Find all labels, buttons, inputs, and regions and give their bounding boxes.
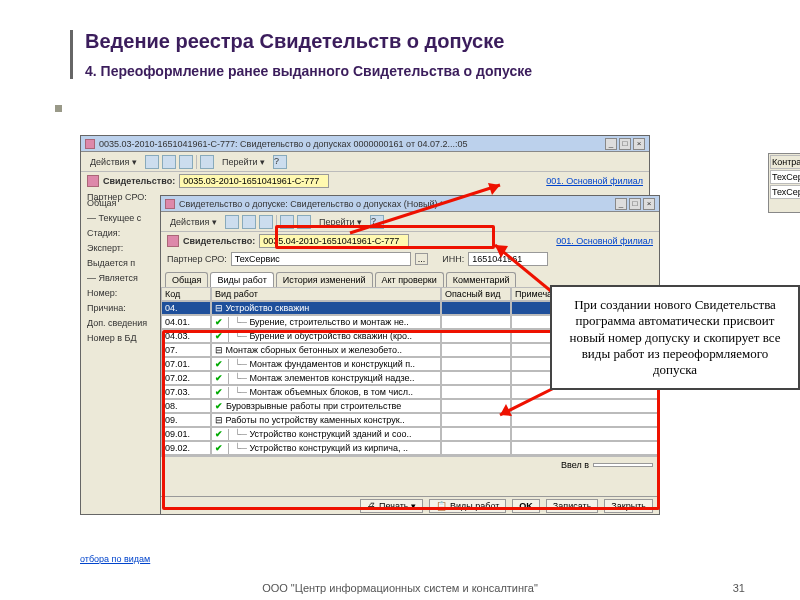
- side-panel: Контрагент ТехСервис ТехСервис: [768, 153, 800, 213]
- inn-label: ИНН:: [442, 254, 464, 264]
- footer-text: ООО "Центр информационных систем и конса…: [0, 582, 800, 594]
- highlight-number: [275, 225, 495, 249]
- goto-menu[interactable]: Перейти ▾: [217, 155, 270, 169]
- app-icon: [85, 139, 95, 149]
- form-labels: Общая — Текущее с Стадия: Эксперт: Выдае…: [87, 196, 147, 346]
- callout-text: При создании нового Свидетельства програ…: [550, 285, 800, 390]
- tab-general[interactable]: Общая: [165, 272, 208, 287]
- minimize-icon[interactable]: _: [605, 138, 617, 150]
- toolbar-icon[interactable]: [145, 155, 159, 169]
- app-icon: [165, 199, 175, 209]
- tab-comment[interactable]: Комментарий: [446, 272, 517, 287]
- toolbar-icon[interactable]: [179, 155, 193, 169]
- close-icon[interactable]: ×: [643, 198, 655, 210]
- cert-label: Свидетельство:: [103, 176, 175, 186]
- window-front-title: Свидетельство о допуске: Свидетельство о…: [179, 199, 613, 209]
- doc-icon: [167, 235, 179, 247]
- partner-label: Партнер СРО:: [167, 254, 227, 264]
- actions-menu[interactable]: Действия ▾: [165, 215, 222, 229]
- toolbar-icon[interactable]: [200, 155, 214, 169]
- help-icon[interactable]: ?: [273, 155, 287, 169]
- maximize-icon[interactable]: □: [629, 198, 641, 210]
- toolbar-icon[interactable]: [162, 155, 176, 169]
- close-icon[interactable]: ×: [633, 138, 645, 150]
- page-title: Ведение реестра Свидетельств о допуске: [85, 30, 750, 53]
- window-back-title: 0035.03-2010-1651041961-С-777: Свидетель…: [99, 139, 603, 149]
- doc-icon: [87, 175, 99, 187]
- tab-act[interactable]: Акт проверки: [375, 272, 444, 287]
- toolbar-icon[interactable]: [225, 215, 239, 229]
- side-value: ТехСервис: [770, 170, 800, 184]
- partner-field[interactable]: ТехСервис: [231, 252, 411, 266]
- bullet-icon: [55, 105, 62, 112]
- tab-works[interactable]: Виды работ: [210, 272, 273, 287]
- tab-history[interactable]: История изменений: [276, 272, 373, 287]
- cert-label: Свидетельство:: [183, 236, 255, 246]
- side-value: ТехСервис: [770, 185, 800, 199]
- actions-menu[interactable]: Действия ▾: [85, 155, 142, 169]
- branch-link[interactable]: 001. Основной филиал: [546, 176, 643, 186]
- maximize-icon[interactable]: □: [619, 138, 631, 150]
- side-header: Контрагент: [770, 155, 800, 169]
- lookup-button[interactable]: ...: [415, 253, 429, 265]
- branch-link[interactable]: 001. Основной филиал: [556, 236, 653, 246]
- inn-field[interactable]: 1651041961: [468, 252, 548, 266]
- page-subtitle: 4. Переоформление ранее выданного Свидет…: [85, 63, 750, 79]
- toolbar-icon[interactable]: [242, 215, 256, 229]
- toolbar-icon[interactable]: [259, 215, 273, 229]
- page-number: 31: [733, 582, 745, 594]
- cert-number-field[interactable]: 0035.03-2010-1651041961-С-777: [179, 174, 329, 188]
- minimize-icon[interactable]: _: [615, 198, 627, 210]
- breadcrumb-link[interactable]: отбора по видам: [80, 554, 150, 564]
